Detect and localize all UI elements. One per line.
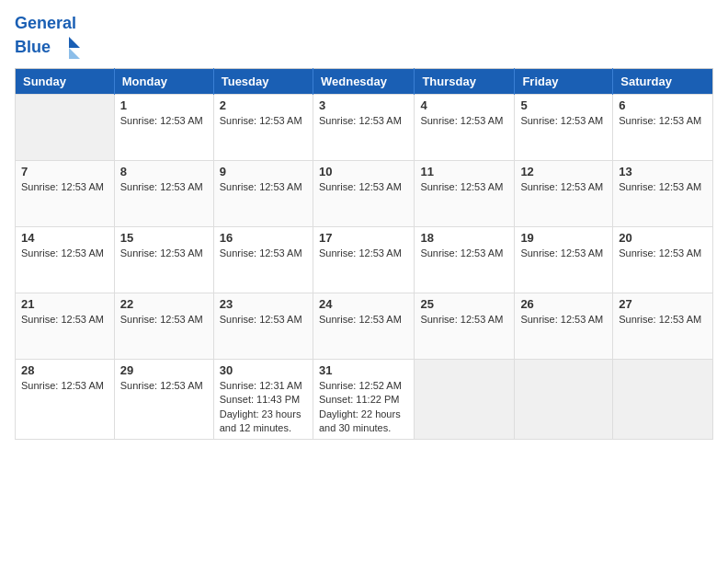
day-number: 27	[619, 297, 707, 311]
calendar-cell: 12Sunrise: 12:53 AM	[515, 160, 613, 226]
day-info: Sunrise: 12:31 AM Sunset: 11:43 PM Dayli…	[220, 380, 302, 433]
day-info: Sunrise: 12:53 AM	[319, 181, 402, 192]
day-number: 18	[420, 231, 508, 245]
day-info: Sunrise: 12:53 AM	[319, 115, 402, 126]
svg-marker-0	[69, 37, 80, 48]
day-number: 25	[420, 297, 508, 311]
calendar-cell: 14Sunrise: 12:53 AM	[16, 226, 115, 293]
weekday-header-monday: Monday	[114, 68, 213, 94]
logo-icon	[52, 33, 82, 63]
day-info: Sunrise: 12:53 AM	[420, 115, 503, 126]
day-info: Sunrise: 12:53 AM	[319, 314, 402, 325]
calendar-week-row: 7Sunrise: 12:53 AM8Sunrise: 12:53 AM9Sun…	[16, 160, 713, 226]
logo: General Blue	[15, 15, 82, 63]
day-number: 4	[420, 98, 508, 112]
calendar-cell: 6Sunrise: 12:53 AM	[613, 94, 713, 160]
calendar-cell: 26Sunrise: 12:53 AM	[515, 293, 613, 359]
svg-marker-1	[69, 48, 80, 59]
calendar-cell	[415, 359, 515, 440]
calendar-cell: 2Sunrise: 12:53 AM	[213, 94, 313, 160]
day-info: Sunrise: 12:53 AM	[420, 247, 503, 259]
day-info: Sunrise: 12:53 AM	[520, 247, 603, 259]
day-info: Sunrise: 12:53 AM	[520, 115, 603, 126]
calendar-cell: 4Sunrise: 12:53 AM	[415, 94, 515, 160]
day-number: 9	[220, 165, 307, 178]
day-number: 15	[120, 231, 208, 245]
calendar-cell: 13Sunrise: 12:53 AM	[613, 160, 713, 226]
day-info: Sunrise: 12:53 AM	[120, 247, 203, 259]
calendar-week-row: 1Sunrise: 12:53 AM2Sunrise: 12:53 AM3Sun…	[16, 94, 713, 160]
day-info: Sunrise: 12:53 AM	[21, 181, 104, 192]
weekday-header-saturday: Saturday	[613, 68, 713, 94]
day-info: Sunrise: 12:53 AM	[220, 314, 302, 325]
calendar-cell: 21Sunrise: 12:53 AM	[16, 293, 115, 359]
day-number: 5	[520, 98, 607, 112]
weekday-header-tuesday: Tuesday	[213, 68, 313, 94]
calendar-cell: 29Sunrise: 12:53 AM	[114, 359, 213, 440]
logo-text2: Blue	[15, 33, 82, 63]
calendar-cell: 5Sunrise: 12:53 AM	[515, 94, 613, 160]
day-number: 7	[21, 165, 108, 178]
day-number: 31	[319, 363, 408, 377]
calendar-cell: 22Sunrise: 12:53 AM	[114, 293, 213, 359]
day-number: 20	[619, 231, 707, 245]
calendar-cell: 3Sunrise: 12:53 AM	[313, 94, 414, 160]
calendar-cell: 18Sunrise: 12:53 AM	[415, 226, 515, 293]
day-info: Sunrise: 12:53 AM	[120, 314, 203, 325]
calendar-cell: 16Sunrise: 12:53 AM	[213, 226, 313, 293]
day-info: Sunrise: 12:53 AM	[520, 181, 603, 192]
day-number: 14	[21, 231, 108, 245]
day-number: 17	[319, 231, 408, 245]
weekday-header-thursday: Thursday	[415, 68, 515, 94]
day-info: Sunrise: 12:53 AM	[120, 115, 203, 126]
day-info: Sunrise: 12:53 AM	[619, 181, 701, 192]
day-number: 10	[319, 165, 408, 178]
calendar-header-row: SundayMondayTuesdayWednesdayThursdayFrid…	[16, 68, 713, 94]
day-info: Sunrise: 12:53 AM	[220, 181, 302, 192]
day-info: Sunrise: 12:53 AM	[21, 380, 104, 391]
day-info: Sunrise: 12:53 AM	[120, 181, 203, 192]
calendar-week-row: 14Sunrise: 12:53 AM15Sunrise: 12:53 AM16…	[16, 226, 713, 293]
calendar-cell	[613, 359, 713, 440]
calendar-cell: 19Sunrise: 12:53 AM	[515, 226, 613, 293]
day-number: 6	[619, 98, 707, 112]
calendar-cell	[515, 359, 613, 440]
day-number: 24	[319, 297, 408, 311]
weekday-header-sunday: Sunday	[16, 68, 115, 94]
day-number: 21	[21, 297, 108, 311]
day-number: 12	[520, 165, 607, 178]
calendar-table: SundayMondayTuesdayWednesdayThursdayFrid…	[15, 68, 713, 441]
calendar-cell: 11Sunrise: 12:53 AM	[415, 160, 515, 226]
calendar-cell: 1Sunrise: 12:53 AM	[114, 94, 213, 160]
day-number: 16	[220, 231, 307, 245]
calendar-cell: 24Sunrise: 12:53 AM	[313, 293, 414, 359]
page-header: General Blue	[15, 15, 713, 63]
day-info: Sunrise: 12:53 AM	[520, 314, 603, 325]
day-info: Sunrise: 12:53 AM	[21, 247, 104, 259]
day-info: Sunrise: 12:53 AM	[420, 181, 503, 192]
calendar-cell: 8Sunrise: 12:53 AM	[114, 160, 213, 226]
day-info: Sunrise: 12:53 AM	[619, 115, 701, 126]
day-info: Sunrise: 12:53 AM	[220, 247, 302, 259]
day-number: 11	[420, 165, 508, 178]
day-info: Sunrise: 12:53 AM	[619, 247, 701, 259]
day-info: Sunrise: 12:52 AM Sunset: 11:22 PM Dayli…	[319, 380, 402, 433]
calendar-cell: 28Sunrise: 12:53 AM	[16, 359, 115, 440]
calendar-cell: 23Sunrise: 12:53 AM	[213, 293, 313, 359]
calendar-cell: 30Sunrise: 12:31 AM Sunset: 11:43 PM Day…	[213, 359, 313, 440]
day-number: 30	[220, 363, 307, 377]
day-info: Sunrise: 12:53 AM	[420, 314, 503, 325]
day-info: Sunrise: 12:53 AM	[619, 314, 701, 325]
day-info: Sunrise: 12:53 AM	[319, 247, 402, 259]
day-number: 23	[220, 297, 307, 311]
day-number: 28	[21, 363, 108, 377]
calendar-week-row: 28Sunrise: 12:53 AM29Sunrise: 12:53 AM30…	[16, 359, 713, 440]
calendar-cell: 20Sunrise: 12:53 AM	[613, 226, 713, 293]
calendar-cell: 9Sunrise: 12:53 AM	[213, 160, 313, 226]
calendar-cell: 10Sunrise: 12:53 AM	[313, 160, 414, 226]
calendar-week-row: 21Sunrise: 12:53 AM22Sunrise: 12:53 AM23…	[16, 293, 713, 359]
day-info: Sunrise: 12:53 AM	[220, 115, 302, 126]
day-number: 2	[220, 98, 307, 112]
calendar-cell: 15Sunrise: 12:53 AM	[114, 226, 213, 293]
calendar-cell	[16, 94, 115, 160]
